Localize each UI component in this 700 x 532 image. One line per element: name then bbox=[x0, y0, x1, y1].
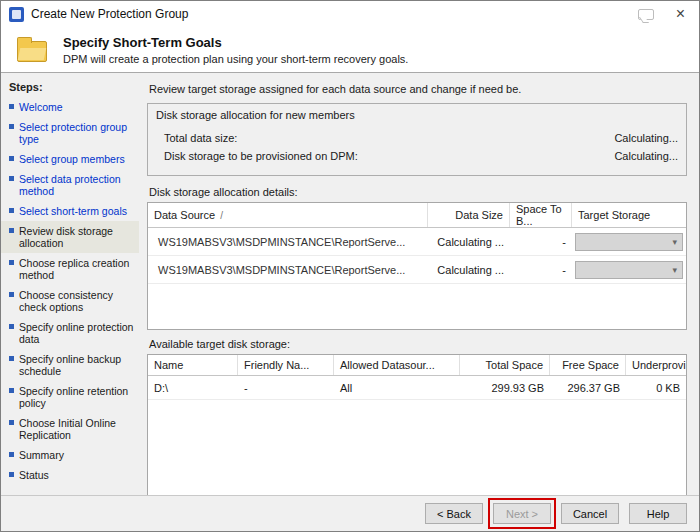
data-source-cell: WS19MABSV3\MSDPMINSTANCE\ReportServe... bbox=[148, 236, 428, 248]
sidebar-item-protection-group-type[interactable]: Select protection group type bbox=[1, 117, 139, 149]
column-header-free-space[interactable]: Free Space bbox=[550, 355, 626, 375]
sidebar-item-online-backup-schedule: Specify online backup schedule bbox=[1, 349, 139, 381]
sidebar-item-group-members[interactable]: Select group members bbox=[1, 149, 139, 169]
column-header-data-source[interactable]: Data Source / bbox=[148, 203, 428, 227]
volume-name-cell: D:\ bbox=[148, 382, 238, 394]
sidebar-item-summary: Summary bbox=[1, 445, 139, 465]
table-row[interactable]: D:\ - All 299.93 GB 296.37 GB 0 KB bbox=[148, 376, 686, 400]
step-bullet-icon bbox=[9, 420, 14, 425]
sidebar-item-online-retention-policy: Specify online retention policy bbox=[1, 381, 139, 413]
target-storage-dropdown[interactable]: ▾ bbox=[575, 233, 683, 251]
chevron-down-icon: ▾ bbox=[672, 237, 677, 247]
step-bullet-icon bbox=[9, 292, 14, 297]
disk-allocation-details-table: Data Source / Data Size Space To B... Ta… bbox=[147, 202, 687, 330]
step-bullet-icon bbox=[9, 124, 14, 129]
free-space-cell: 296.37 GB bbox=[550, 382, 626, 394]
target-storage-dropdown[interactable]: ▾ bbox=[575, 261, 683, 279]
provisioned-storage-value: Calculating... bbox=[614, 150, 678, 162]
available-storage-table: Name Friendly Na... Allowed Datasour... … bbox=[147, 354, 687, 496]
back-button[interactable]: < Back bbox=[425, 503, 483, 524]
space-cell: - bbox=[510, 264, 572, 276]
total-space-cell: 299.93 GB bbox=[460, 382, 550, 394]
column-header-total-space[interactable]: Total Space bbox=[460, 355, 550, 375]
disk-allocation-groupbox: Disk storage allocation for new members … bbox=[147, 103, 687, 176]
sidebar-item-initial-online-replication: Choose Initial Online Replication bbox=[1, 413, 139, 445]
column-header-target-storage[interactable]: Target Storage bbox=[572, 203, 686, 227]
help-button[interactable]: Help bbox=[629, 503, 687, 524]
main-content: Review target storage assigned for each … bbox=[139, 73, 699, 495]
table-row[interactable]: WS19MABSV3\MSDPMINSTANCE\ReportServe... … bbox=[148, 228, 686, 256]
column-header-friendly-name[interactable]: Friendly Na... bbox=[238, 355, 334, 375]
page-subtitle: DPM will create a protection plan using … bbox=[63, 53, 408, 65]
step-bullet-icon bbox=[9, 472, 14, 477]
data-size-cell: Calculating ... bbox=[428, 236, 510, 248]
column-header-allowed-datasources[interactable]: Allowed Datasour... bbox=[334, 355, 460, 375]
sidebar-item-welcome[interactable]: Welcome bbox=[1, 97, 139, 117]
step-bullet-icon bbox=[9, 260, 14, 265]
table-row[interactable]: WS19MABSV3\MSDPMINSTANCE\ReportServe... … bbox=[148, 256, 686, 284]
provisioned-storage-label: Disk storage to be provisioned on DPM: bbox=[164, 150, 358, 162]
sidebar-item-short-term-goals[interactable]: Select short-term goals bbox=[1, 201, 139, 221]
folder-icon bbox=[17, 41, 47, 62]
wizard-footer: < Back Next > Cancel Help bbox=[1, 495, 699, 531]
step-bullet-icon bbox=[9, 208, 14, 213]
steps-heading: Steps: bbox=[1, 79, 139, 97]
cancel-button[interactable]: Cancel bbox=[561, 503, 619, 524]
available-storage-label: Available target disk storage: bbox=[149, 338, 687, 350]
space-cell: - bbox=[510, 236, 572, 248]
app-icon bbox=[9, 7, 24, 22]
sidebar-item-data-protection-method[interactable]: Select data protection method bbox=[1, 169, 139, 201]
page-title: Specify Short-Term Goals bbox=[63, 35, 408, 50]
column-header-underprovisioned[interactable]: Underprovi... bbox=[626, 355, 687, 375]
total-data-size-label: Total data size: bbox=[164, 132, 237, 144]
underprovisioned-cell: 0 KB bbox=[626, 382, 686, 394]
step-bullet-icon bbox=[9, 104, 14, 109]
titlebar: Create New Protection Group × bbox=[1, 1, 699, 27]
allowed-datasources-cell: All bbox=[334, 382, 460, 394]
step-bullet-icon bbox=[9, 388, 14, 393]
wizard-header: Specify Short-Term Goals DPM will create… bbox=[1, 27, 699, 73]
intro-text: Review target storage assigned for each … bbox=[149, 83, 687, 95]
create-protection-group-dialog: Create New Protection Group × Specify Sh… bbox=[0, 0, 700, 532]
step-bullet-icon bbox=[9, 176, 14, 181]
total-data-size-value: Calculating... bbox=[614, 132, 678, 144]
close-button[interactable]: × bbox=[670, 6, 691, 22]
step-bullet-icon bbox=[9, 356, 14, 361]
data-size-cell: Calculating ... bbox=[428, 264, 510, 276]
friendly-name-cell: - bbox=[238, 382, 334, 394]
next-button[interactable]: Next > bbox=[493, 503, 551, 524]
sort-ascending-icon: / bbox=[220, 210, 223, 221]
steps-sidebar: Steps: Welcome Select protection group t… bbox=[1, 73, 139, 495]
sidebar-item-replica-creation: Choose replica creation method bbox=[1, 253, 139, 285]
column-header-name[interactable]: Name bbox=[148, 355, 238, 375]
sidebar-item-online-protection-data: Specify online protection data bbox=[1, 317, 139, 349]
column-header-data-size[interactable]: Data Size bbox=[428, 203, 510, 227]
step-bullet-icon bbox=[9, 452, 14, 457]
chevron-down-icon: ▾ bbox=[672, 265, 677, 275]
window-title: Create New Protection Group bbox=[31, 7, 188, 21]
sidebar-item-consistency-check: Choose consistency check options bbox=[1, 285, 139, 317]
groupbox-title: Disk storage allocation for new members bbox=[156, 109, 678, 121]
details-table-label: Disk storage allocation details: bbox=[149, 186, 687, 198]
sidebar-item-review-disk-storage[interactable]: Review disk storage allocation bbox=[1, 221, 139, 253]
column-header-space-to-be[interactable]: Space To B... bbox=[510, 203, 572, 227]
feedback-icon[interactable] bbox=[638, 9, 654, 20]
step-bullet-icon bbox=[9, 228, 14, 233]
step-bullet-icon bbox=[9, 324, 14, 329]
sidebar-item-status: Status bbox=[1, 465, 139, 485]
data-source-cell: WS19MABSV3\MSDPMINSTANCE\ReportServe... bbox=[148, 264, 428, 276]
step-bullet-icon bbox=[9, 156, 14, 161]
